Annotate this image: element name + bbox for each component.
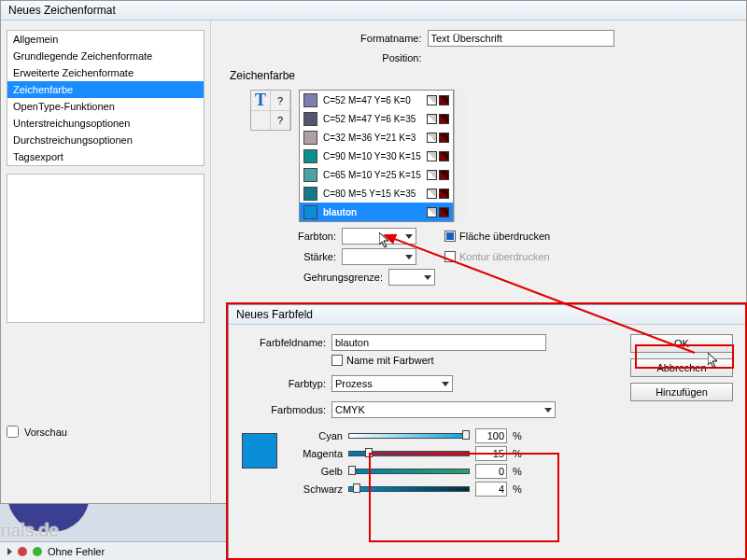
swatch-row[interactable]: C=80 M=5 Y=15 K=35 [300, 184, 453, 203]
status-dot-green [33, 547, 42, 556]
schwarz-slider[interactable] [348, 484, 470, 494]
gelb-label: Gelb [290, 466, 343, 477]
farbfeldname-input[interactable] [331, 334, 546, 351]
farbfeldname-label: Farbfeldname: [242, 337, 331, 348]
preview-label: Vorschau [24, 427, 67, 438]
process-icon [439, 95, 449, 105]
gelb-value[interactable] [475, 464, 507, 479]
add-button[interactable]: Hinzufügen [630, 383, 733, 401]
swatch-dialog-title: Neues Farbfeld [229, 305, 746, 325]
cyan-slider[interactable] [348, 431, 470, 441]
expand-icon[interactable] [7, 548, 12, 555]
question-cell-2: ? [271, 111, 290, 130]
color-preview [242, 433, 277, 469]
sidebar-empty-box [7, 174, 204, 323]
sidebar-item-tagsexport[interactable]: Tagsexport [7, 148, 204, 165]
magenta-slider[interactable] [348, 449, 470, 458]
swatch-list[interactable]: C=52 M=47 Y=6 K=0 C=52 M=47 Y=6 K=35 C=3… [299, 90, 454, 222]
formatname-label: Formatname: [344, 33, 428, 44]
flaeche-label: Fläche überdrucken [459, 231, 550, 242]
swatch-row[interactable]: C=52 M=47 Y=6 K=0 [300, 91, 453, 109]
section-title: Zeichenfarbe [230, 69, 727, 82]
farbton-dropdown[interactable] [342, 228, 416, 245]
sidebar-item-opentype[interactable]: OpenType-Funktionen [7, 98, 204, 115]
registration-icon [427, 95, 437, 105]
sidebar-item-erweiterte[interactable]: Erweiterte Zeichenformate [7, 64, 204, 81]
sidebar-item-durchstreichung[interactable]: Durchstreichungsoptionen [7, 132, 204, 148]
magenta-label: Magenta [290, 448, 343, 459]
sidebar: Allgemein Grundlegende Zeichenformate Er… [1, 21, 211, 502]
swatch-row[interactable]: C=52 M=47 Y=6 K=35 [300, 109, 453, 128]
status-dot-red [18, 547, 27, 556]
name-mit-farbwert-label: Name mit Farbwert [346, 355, 434, 366]
watermark: rials.de [0, 520, 58, 541]
magenta-value[interactable] [475, 446, 507, 461]
gelb-slider[interactable] [348, 467, 470, 476]
swatch-scrollbar[interactable] [454, 90, 467, 222]
sidebar-item-zeichenfarbe[interactable]: Zeichenfarbe [7, 81, 204, 98]
farbmodus-dropdown[interactable]: CMYK [331, 401, 556, 418]
flaeche-checkbox[interactable] [444, 231, 456, 242]
cyan-value[interactable] [475, 428, 507, 443]
t-glyph-icon: T [255, 91, 266, 110]
gehrung-dropdown[interactable] [388, 269, 435, 286]
schwarz-value[interactable] [475, 482, 507, 497]
status-text: Ohne Fehler [48, 546, 105, 557]
kontur-checkbox [444, 251, 456, 262]
kontur-label: Kontur überdrucken [459, 251, 550, 262]
sidebar-item-allgemein[interactable]: Allgemein [7, 31, 204, 48]
farbmodus-label: Farbmodus: [242, 404, 331, 415]
farbtyp-label: Farbtyp: [242, 378, 331, 389]
swatch-row[interactable]: C=65 M=10 Y=25 K=15 [300, 165, 453, 184]
preview-tile: T ? ? [250, 90, 291, 131]
swatch-row-selected[interactable]: blauton [300, 203, 453, 221]
gehrung-label: Gehrungsgrenze: [286, 272, 388, 283]
ok-button[interactable]: OK [630, 334, 733, 353]
staerke-label: Stärke: [286, 251, 342, 262]
sidebar-item-grundlegende[interactable]: Grundlegende Zeichenformate [7, 48, 204, 64]
schwarz-label: Schwarz [290, 483, 343, 495]
cancel-button[interactable]: Abbrechen [630, 358, 733, 377]
swatch-row[interactable]: C=32 M=36 Y=21 K=3 [300, 128, 453, 147]
sidebar-list: Allgemein Grundlegende Zeichenformate Er… [7, 30, 204, 166]
cyan-label: Cyan [290, 430, 343, 441]
farbton-label: Farbton: [286, 231, 342, 242]
new-swatch-dialog: Neues Farbfeld Farbfeldname: Name mit Fa… [228, 304, 747, 560]
swatch-row[interactable]: C=90 M=10 Y=30 K=15 [300, 147, 453, 165]
formatname-input[interactable] [428, 30, 614, 47]
name-mit-farbwert-checkbox[interactable] [331, 355, 343, 366]
farbtyp-dropdown[interactable]: Prozess [331, 375, 453, 392]
question-cell: ? [271, 91, 290, 111]
dialog-title: Neues Zeichenformat [1, 1, 746, 21]
preview-checkbox[interactable] [7, 426, 19, 438]
sidebar-item-unterstreichung[interactable]: Unterstreichungsoptionen [7, 115, 204, 132]
staerke-dropdown[interactable] [342, 248, 416, 265]
position-label: Position: [344, 52, 428, 63]
